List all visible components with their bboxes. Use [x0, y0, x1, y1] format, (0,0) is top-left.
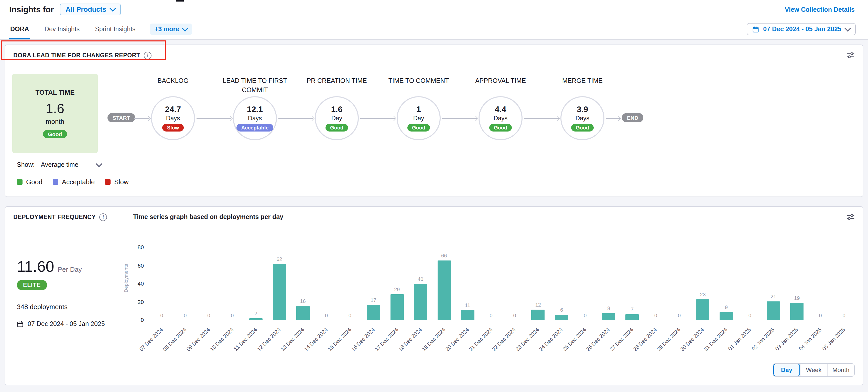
legend-item-slow: Slow: [105, 178, 128, 186]
y-axis-tick-label: 60: [128, 262, 144, 268]
show-row: Show: Average time: [5, 159, 863, 171]
stage-unit: Days: [494, 115, 508, 122]
lead-time-legend: GoodAcceptableSlow: [5, 178, 863, 186]
stage-unit: Days: [166, 115, 180, 122]
stage-circle-time-to-comment: 1DayGood: [397, 96, 441, 140]
bar-value-label: 12: [535, 302, 541, 307]
bar-value-label: 0: [160, 313, 163, 318]
show-metric-value: Average time: [41, 161, 79, 169]
legend-label: Acceptable: [62, 178, 95, 186]
stage-circle-lead-time-to-first-commit: 12.1DaysAcceptable: [233, 96, 277, 140]
bar-value-label: 66: [441, 253, 447, 259]
date-range-label: 07 Dec 2024 - 05 Jan 2025: [763, 26, 841, 33]
legend-label: Slow: [114, 178, 128, 186]
deployment-bar[interactable]: [461, 310, 474, 320]
deployment-bar[interactable]: [437, 261, 451, 320]
granularity-month[interactable]: Month: [827, 364, 854, 376]
lead-time-card-title: DORA LEAD TIME FOR CHANGES REPORT: [13, 52, 140, 58]
deployment-bar[interactable]: [720, 312, 733, 320]
bar-value-label: 62: [277, 257, 282, 262]
bar-value-label: 0: [819, 313, 822, 318]
flow-arrow: [360, 118, 395, 119]
tab-dev-insights[interactable]: Dev Insights: [43, 19, 81, 39]
lead-time-card-header: DORA LEAD TIME FOR CHANGES REPORT i: [5, 45, 863, 65]
flow-arrow: [442, 118, 477, 119]
top-edge-artifact: [176, 0, 184, 2]
view-collection-details-link[interactable]: View Collection Details: [785, 6, 855, 13]
deployment-bar[interactable]: [696, 299, 709, 320]
date-range-picker[interactable]: 07 Dec 2024 - 05 Jan 2025: [747, 23, 856, 35]
deployment-bar[interactable]: [626, 314, 639, 320]
show-metric-select[interactable]: Average time: [41, 161, 101, 169]
show-label: Show:: [17, 161, 35, 169]
total-time-unit: month: [46, 118, 64, 125]
lead-time-card: DORA LEAD TIME FOR CHANGES REPORT i TOTA…: [5, 44, 863, 197]
deployment-chart: Deployments 020406080007 Dec 2024008 Dec…: [5, 207, 863, 385]
stage-circle-backlog: 24.7DaysSlow: [151, 96, 195, 140]
info-icon[interactable]: i: [144, 52, 152, 59]
legend-swatch: [53, 179, 58, 185]
stage-name-pr-creation-time: PR CREATION TIME: [296, 76, 378, 86]
product-selector-value: All Products: [65, 6, 106, 13]
granularity-day[interactable]: Day: [773, 364, 800, 376]
stage-name-lead-time-to-first-commit: LEAD TIME TO FIRST COMMIT: [214, 76, 296, 95]
lead-time-flow: TOTAL TIME 1.6 month Good STARTBACKLOG24…: [5, 65, 863, 159]
chevron-down-icon: [110, 5, 116, 11]
stage-rating-badge: Acceptable: [237, 124, 273, 131]
deployment-bar[interactable]: [367, 305, 380, 320]
bar-value-label: 0: [513, 313, 516, 318]
stage-name-backlog: BACKLOG: [132, 76, 214, 86]
deployment-frequency-card: DEPLOYMENT FREQUENCY i Time series graph…: [5, 206, 863, 385]
deployment-bar[interactable]: [296, 306, 310, 320]
chevron-down-icon: [96, 160, 102, 167]
bar-value-label: 0: [842, 313, 845, 318]
deployment-bar[interactable]: [555, 315, 568, 320]
deployment-bar[interactable]: [414, 284, 427, 320]
tab-sprint-insights[interactable]: Sprint Insights: [94, 19, 136, 39]
stage-value: 4.4: [495, 105, 506, 114]
deployment-bar[interactable]: [390, 294, 404, 320]
page: Insights for All Products View Collectio…: [0, 0, 868, 392]
flow-arrow: [278, 118, 313, 119]
stage-circle-approval-time: 4.4DaysGood: [478, 96, 523, 140]
bar-value-label: 11: [465, 303, 470, 308]
flow-arrow: [606, 118, 620, 119]
legend-swatch: [105, 179, 111, 185]
bar-value-label: 6: [560, 307, 563, 313]
stage-unit: Days: [248, 115, 262, 122]
bar-value-label: 16: [300, 298, 306, 304]
bar-value-label: 0: [348, 313, 351, 318]
total-time-label: TOTAL TIME: [35, 89, 74, 96]
bar-value-label: 0: [490, 313, 492, 318]
stage-value: 1: [416, 105, 421, 114]
product-selector[interactable]: All Products: [60, 4, 121, 16]
flow-arrow: [524, 118, 559, 119]
deployment-bar[interactable]: [249, 319, 262, 320]
bar-value-label: 40: [417, 276, 423, 282]
deployment-bar[interactable]: [767, 301, 780, 320]
bar-value-label: 0: [231, 313, 234, 318]
bar-value-label: 17: [371, 297, 376, 303]
deployment-bar[interactable]: [273, 264, 286, 320]
flow-end-label: END: [622, 113, 643, 122]
bar-value-label: 7: [631, 306, 633, 312]
chart-settings-icon[interactable]: [846, 51, 855, 59]
y-axis-tick-label: 20: [128, 299, 144, 305]
bar-value-label: 0: [184, 313, 187, 318]
deployment-bar[interactable]: [602, 313, 615, 320]
deployment-bar[interactable]: [790, 303, 804, 320]
bar-value-label: 19: [794, 296, 800, 301]
stage-rating-badge: Good: [326, 124, 348, 131]
legend-item-good: Good: [17, 178, 42, 186]
deployment-bar[interactable]: [531, 309, 545, 320]
flow-arrow: [134, 118, 150, 119]
stage-unit: Days: [576, 115, 590, 122]
total-time-value: 1.6: [46, 101, 64, 117]
stage-circle-pr-creation-time: 1.6DayGood: [315, 96, 359, 140]
tab-dora[interactable]: DORA: [9, 19, 30, 39]
calendar-icon: [752, 26, 759, 32]
more-tabs-button[interactable]: +3 more: [150, 24, 192, 35]
stage-rating-badge: Slow: [162, 124, 184, 131]
granularity-week[interactable]: Week: [800, 364, 827, 376]
stage-circle-merge-time: 3.9DaysGood: [560, 96, 604, 140]
